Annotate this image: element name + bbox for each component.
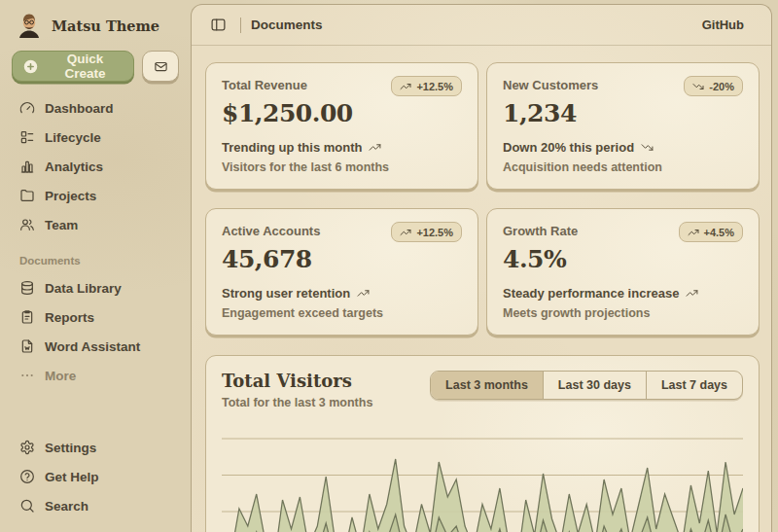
sidebar-toggle-button[interactable] <box>205 13 230 38</box>
nav-label: Projects <box>45 189 96 203</box>
trend-badge: +12.5% <box>391 76 462 96</box>
github-link[interactable]: GitHub <box>692 13 754 37</box>
panel-left-icon <box>210 17 227 33</box>
nav-label: Get Help <box>45 470 99 484</box>
card-footer-main: Down 20% this period <box>503 140 634 155</box>
sidebar-item-dashboard[interactable]: Dashboard <box>12 93 179 123</box>
card-title: Growth Rate <box>503 222 578 238</box>
sidebar-item-more[interactable]: More <box>12 361 179 390</box>
nav-label: Search <box>45 499 88 514</box>
sidebar-item-word-assistant[interactable]: Word Assistant <box>12 332 179 361</box>
stat-card-total-revenue: Total Revenue +12.5% $1,250.00 Trending … <box>205 62 478 190</box>
topbar-separator <box>240 18 241 33</box>
card-title: Active Accounts <box>222 222 320 238</box>
nav-label: Analytics <box>45 160 103 174</box>
stat-card-active-accounts: Active Accounts +12.5% 45,678 Strong use… <box>205 208 478 336</box>
card-title: New Customers <box>503 76 598 92</box>
sidebar-documents-nav: Data Library Reports Word Assistant More <box>12 273 179 390</box>
sidebar: Matsu Theme Quick Create Dashboard Lifec… <box>0 0 191 532</box>
quick-create-label: Quick Create <box>47 52 124 81</box>
trending-up-icon <box>400 227 411 238</box>
chart-title: Total Visitors <box>222 371 372 391</box>
trending-down-icon <box>692 81 704 92</box>
trending-up-icon <box>369 141 381 154</box>
content-area: Total Revenue +12.5% $1,250.00 Trending … <box>192 46 771 532</box>
card-footer-sub: Meets growth projections <box>503 306 743 320</box>
card-footer-main: Trending up this month <box>222 140 362 155</box>
app-title: Matsu Theme <box>52 18 159 34</box>
nav-label: Reports <box>45 310 94 325</box>
sidebar-item-get-help[interactable]: Get Help <box>12 462 179 491</box>
search-icon <box>19 498 35 514</box>
trend-badge: +4.5% <box>679 222 744 242</box>
area-chart-svg <box>222 426 743 532</box>
stat-card-growth-rate: Growth Rate +4.5% 4.5% Steady performanc… <box>486 208 760 336</box>
nav-label: Dashboard <box>45 101 114 116</box>
trending-up-icon <box>686 287 698 300</box>
circle-plus-icon <box>22 58 39 75</box>
sidebar-item-analytics[interactable]: Analytics <box>12 152 179 181</box>
sidebar-main-nav: Dashboard Lifecycle Analytics Projects T… <box>12 93 179 239</box>
gear-icon <box>19 440 35 455</box>
time-range-tabs: Last 3 months Last 30 days Last 7 days <box>430 371 743 400</box>
card-footer-main: Steady performance increase <box>503 286 679 301</box>
workspace-switcher[interactable]: Matsu Theme <box>12 10 179 41</box>
trending-down-icon <box>641 141 654 154</box>
user-avatar <box>16 12 43 39</box>
trending-up-icon <box>688 227 699 238</box>
card-footer-sub: Visitors for the last 6 months <box>222 160 462 174</box>
card-footer-sub: Acquisition needs attention <box>503 160 743 174</box>
nav-label: Settings <box>45 441 96 455</box>
sidebar-item-projects[interactable]: Projects <box>12 181 179 210</box>
tab-last-30-days[interactable]: Last 30 days <box>544 372 647 399</box>
nav-label: Team <box>45 218 78 232</box>
sidebar-item-reports[interactable]: Reports <box>12 302 179 332</box>
ellipsis-icon <box>19 368 35 383</box>
nav-label: More <box>45 369 76 383</box>
total-visitors-card: Total Visitors Total for the last 3 mont… <box>205 355 760 532</box>
main-panel: Documents GitHub Total Revenue +12.5% $1… <box>191 4 772 532</box>
nav-label: Data Library <box>45 281 122 296</box>
page-title: Documents <box>251 18 323 32</box>
quick-create-button[interactable]: Quick Create <box>12 51 134 82</box>
trend-badge: +12.5% <box>391 222 462 242</box>
mail-icon <box>154 59 168 74</box>
card-title: Total Revenue <box>222 76 307 92</box>
sidebar-item-lifecycle[interactable]: Lifecycle <box>12 123 179 152</box>
list-details-icon <box>19 129 35 145</box>
inbox-button[interactable] <box>142 51 179 82</box>
card-value: 45,678 <box>222 245 462 273</box>
sidebar-section-documents: Documents <box>19 255 171 266</box>
trend-badge: -20% <box>684 76 743 96</box>
stat-card-new-customers: New Customers -20% 1,234 Down 20% this p… <box>486 62 760 190</box>
sidebar-item-data-library[interactable]: Data Library <box>12 273 179 302</box>
help-circle-icon <box>19 469 35 484</box>
badge-value: +4.5% <box>704 227 735 238</box>
stat-cards-grid: Total Revenue +12.5% $1,250.00 Trending … <box>205 62 760 336</box>
sidebar-item-settings[interactable]: Settings <box>12 433 179 462</box>
gauge-icon <box>19 100 35 116</box>
trending-up-icon <box>357 287 370 300</box>
folder-icon <box>19 188 35 203</box>
badge-value: +12.5% <box>416 81 453 92</box>
card-value: 4.5% <box>503 245 743 273</box>
card-value: $1,250.00 <box>222 99 462 127</box>
tab-last-3-months[interactable]: Last 3 months <box>431 372 544 399</box>
chart-subtitle: Total for the last 3 months <box>222 396 372 409</box>
badge-value: +12.5% <box>416 227 453 238</box>
badge-value: -20% <box>709 81 734 92</box>
database-icon <box>19 280 35 296</box>
card-footer-sub: Engagement exceed targets <box>222 306 462 320</box>
card-value: 1,234 <box>503 99 743 127</box>
visitors-area-chart <box>222 426 743 532</box>
card-footer-main: Strong user retention <box>222 286 350 301</box>
report-icon <box>19 309 35 325</box>
sidebar-item-search[interactable]: Search <box>12 491 179 520</box>
file-word-icon <box>19 338 35 354</box>
sidebar-item-team[interactable]: Team <box>12 210 179 239</box>
nav-label: Lifecycle <box>45 130 101 145</box>
chart-bar-icon <box>19 159 35 174</box>
tab-last-7-days[interactable]: Last 7 days <box>647 372 742 399</box>
nav-label: Word Assistant <box>45 339 140 354</box>
topbar: Documents GitHub <box>192 5 771 46</box>
